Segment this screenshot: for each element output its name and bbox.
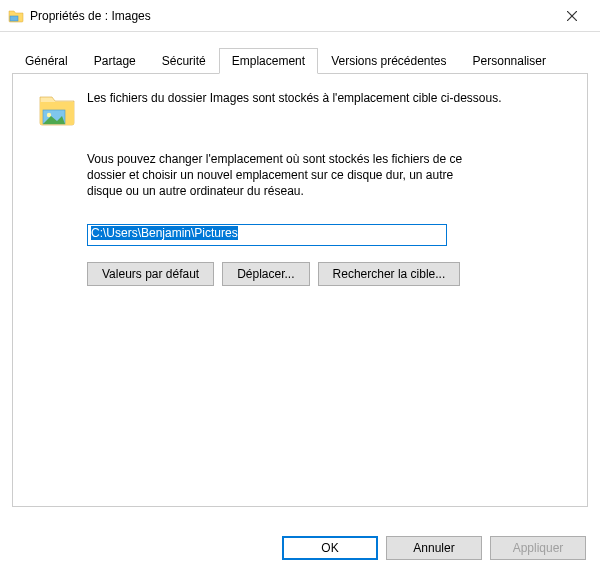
svg-rect-0 [10, 16, 18, 21]
location-description-sub: Vous pouvez changer l'emplacement où son… [87, 151, 467, 200]
tabs-row: Général Partage Sécurité Emplacement Ver… [12, 48, 588, 73]
apply-button[interactable]: Appliquer [490, 536, 586, 560]
tab-location[interactable]: Emplacement [219, 48, 318, 74]
pictures-folder-icon [37, 90, 77, 133]
move-button[interactable]: Déplacer... [222, 262, 309, 286]
tab-general[interactable]: Général [12, 48, 81, 73]
tab-customize[interactable]: Personnaliser [460, 48, 559, 73]
close-icon [567, 11, 577, 21]
tab-security[interactable]: Sécurité [149, 48, 219, 73]
dialog-button-row: OK Annuler Appliquer [282, 536, 586, 560]
tab-panel-location: Les fichiers du dossier Images sont stoc… [12, 73, 588, 507]
close-button[interactable] [552, 0, 592, 32]
window-titlebar: Propriétés de : Images [0, 0, 600, 32]
path-input-value: C:\Users\Benjamin\Pictures [91, 226, 238, 240]
path-input[interactable]: C:\Users\Benjamin\Pictures [87, 224, 447, 246]
tab-sharing[interactable]: Partage [81, 48, 149, 73]
ok-button[interactable]: OK [282, 536, 378, 560]
location-description-main: Les fichiers du dossier Images sont stoc… [87, 90, 501, 133]
restore-defaults-button[interactable]: Valeurs par défaut [87, 262, 214, 286]
tab-previous-versions[interactable]: Versions précédentes [318, 48, 459, 73]
cancel-button[interactable]: Annuler [386, 536, 482, 560]
window-title: Propriétés de : Images [30, 9, 552, 23]
folder-icon [8, 8, 24, 24]
find-target-button[interactable]: Rechercher la cible... [318, 262, 461, 286]
